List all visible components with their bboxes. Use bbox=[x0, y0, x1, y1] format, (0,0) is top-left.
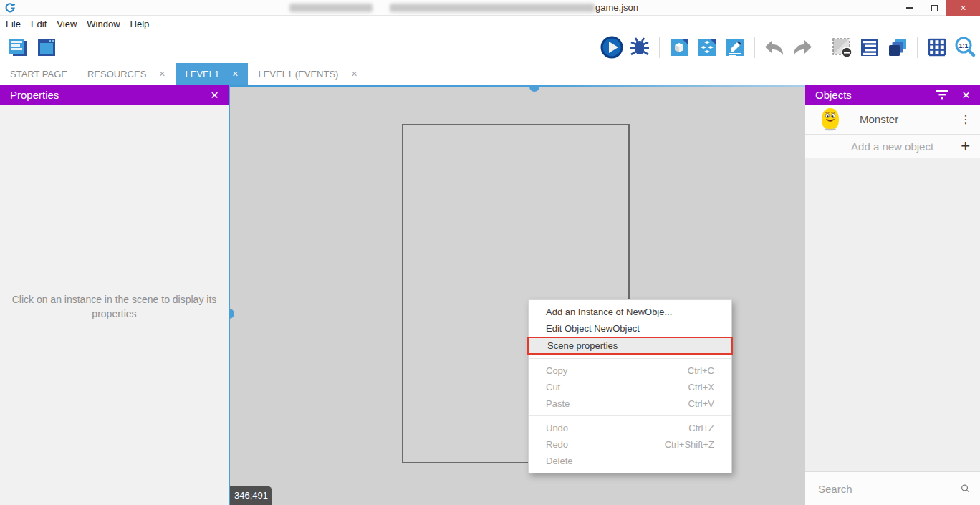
search-icon[interactable] bbox=[961, 481, 970, 496]
project-manager-icon bbox=[6, 36, 29, 59]
undo-button[interactable] bbox=[762, 35, 787, 59]
menu-file[interactable]: File bbox=[6, 19, 29, 29]
gdevelop-logo-icon bbox=[4, 2, 16, 14]
close-panel-icon[interactable]: × bbox=[962, 88, 970, 102]
menu-divider bbox=[529, 415, 731, 416]
edit-scene-button[interactable] bbox=[723, 35, 747, 59]
menu-bar: File Edit View Window Help bbox=[0, 16, 980, 32]
menu-edit[interactable]: Edit bbox=[31, 19, 54, 29]
edit-pencil-icon bbox=[724, 36, 746, 59]
menu-help[interactable]: Help bbox=[130, 19, 158, 29]
project-manager-button[interactable] bbox=[6, 35, 30, 59]
properties-panel-header: Properties × bbox=[0, 85, 229, 105]
menu-item-scene-properties[interactable]: Scene properties bbox=[527, 337, 733, 355]
objects-panel: Objects × Monster ⋮ Add a new object + bbox=[805, 85, 980, 505]
menu-item-undo[interactable]: Undo Ctrl+Z bbox=[529, 420, 731, 436]
redacted-title-path bbox=[390, 4, 595, 12]
play-icon bbox=[600, 35, 624, 59]
redacted-title-text bbox=[289, 4, 373, 12]
menu-item-add-instance[interactable]: Add an Instance of NewObje... bbox=[529, 304, 731, 320]
start-page-window-icon bbox=[35, 36, 58, 59]
toolbar-separator bbox=[917, 37, 918, 58]
objects-panel-header: Objects × bbox=[805, 85, 980, 105]
toggle-mask-button[interactable] bbox=[830, 35, 854, 59]
redo-icon bbox=[791, 36, 814, 59]
object-more-icon[interactable]: ⋮ bbox=[960, 112, 971, 126]
title-bar: game.json × bbox=[0, 0, 980, 16]
toolbar: 1:1 bbox=[0, 32, 980, 63]
menu-item-cut[interactable]: Cut Ctrl+X bbox=[529, 379, 731, 395]
editor-tabs: START PAGE RESOURCES × LEVEL1 × LEVEL1 (… bbox=[0, 63, 980, 85]
menu-item-copy[interactable]: Copy Ctrl+C bbox=[529, 362, 731, 379]
minimize-icon bbox=[906, 7, 913, 9]
toolbar-separator bbox=[754, 37, 755, 58]
debug-bug-icon bbox=[628, 36, 651, 59]
context-menu: Add an Instance of NewObje... Edit Objec… bbox=[528, 299, 732, 473]
objects-search-input[interactable] bbox=[818, 483, 961, 495]
toolbar-separator bbox=[822, 37, 822, 58]
horizontal-panel-divider[interactable] bbox=[230, 85, 805, 87]
minimize-button[interactable] bbox=[898, 0, 922, 16]
play-preview-button[interactable] bbox=[600, 35, 624, 59]
toolbar-separator bbox=[659, 37, 660, 58]
objects-search-row bbox=[805, 471, 980, 505]
layers-icon bbox=[886, 36, 909, 59]
tab-close-icon[interactable]: × bbox=[351, 68, 357, 80]
menu-window[interactable]: Window bbox=[87, 19, 128, 29]
menu-item-edit-object[interactable]: Edit Object NewObject bbox=[529, 320, 731, 337]
close-button[interactable]: × bbox=[946, 0, 980, 16]
toggle-mask-icon bbox=[830, 36, 853, 59]
undo-icon bbox=[763, 36, 786, 59]
redo-button[interactable] bbox=[790, 35, 815, 59]
zoom-one-to-one-button[interactable]: 1:1 bbox=[953, 35, 977, 59]
instances-list-button[interactable] bbox=[858, 35, 882, 59]
plus-icon[interactable]: + bbox=[961, 137, 970, 155]
grid-button[interactable] bbox=[925, 35, 949, 59]
menu-view[interactable]: View bbox=[57, 19, 85, 29]
start-page-button[interactable] bbox=[34, 35, 59, 59]
layers-button[interactable] bbox=[885, 35, 910, 59]
toolbar-separator bbox=[67, 37, 67, 58]
tab-level1-events[interactable]: LEVEL1 (EVENTS) × bbox=[248, 63, 367, 85]
cursor-coordinates-badge: 346;491 bbox=[230, 486, 272, 505]
window-controls: × bbox=[898, 0, 980, 16]
zoom-one-to-one-icon: 1:1 bbox=[953, 35, 977, 59]
properties-empty-message: Click on an instance in the scene to dis… bbox=[7, 292, 221, 321]
add-object-icon bbox=[668, 36, 691, 59]
instances-list-icon bbox=[858, 36, 881, 59]
close-icon: × bbox=[960, 2, 966, 14]
menu-item-delete[interactable]: Delete bbox=[529, 453, 731, 469]
add-multiple-objects-icon bbox=[696, 36, 719, 59]
filter-icon[interactable] bbox=[936, 90, 949, 100]
add-multiple-objects-button[interactable] bbox=[695, 35, 719, 59]
menu-item-redo[interactable]: Redo Ctrl+Shift+Z bbox=[529, 436, 731, 453]
properties-panel-title: Properties bbox=[10, 89, 59, 101]
restore-icon bbox=[931, 5, 938, 11]
menu-item-paste[interactable]: Paste Ctrl+V bbox=[529, 395, 731, 412]
close-panel-icon[interactable]: × bbox=[211, 88, 218, 102]
add-object-button[interactable] bbox=[667, 35, 691, 59]
add-object-row[interactable]: Add a new object + bbox=[805, 135, 980, 158]
tab-level1[interactable]: LEVEL1 × bbox=[176, 63, 249, 85]
monster-object-icon bbox=[821, 107, 840, 131]
tab-close-icon[interactable]: × bbox=[159, 68, 165, 80]
tab-start-page[interactable]: START PAGE bbox=[0, 63, 77, 85]
tab-close-icon[interactable]: × bbox=[232, 68, 238, 80]
svg-text:1:1: 1:1 bbox=[959, 42, 968, 49]
objects-panel-title: Objects bbox=[815, 89, 852, 101]
object-name: Monster bbox=[860, 113, 960, 125]
add-object-label: Add a new object bbox=[805, 140, 961, 153]
window-title: game.json bbox=[595, 2, 638, 13]
menu-divider bbox=[529, 358, 731, 359]
debug-button[interactable] bbox=[628, 35, 652, 59]
properties-panel: Properties × Click on an instance in the… bbox=[0, 85, 229, 505]
restore-button[interactable] bbox=[922, 0, 946, 16]
tab-resources[interactable]: RESOURCES × bbox=[77, 63, 176, 85]
grid-icon bbox=[926, 36, 948, 59]
object-list-item[interactable]: Monster ⋮ bbox=[805, 105, 980, 135]
